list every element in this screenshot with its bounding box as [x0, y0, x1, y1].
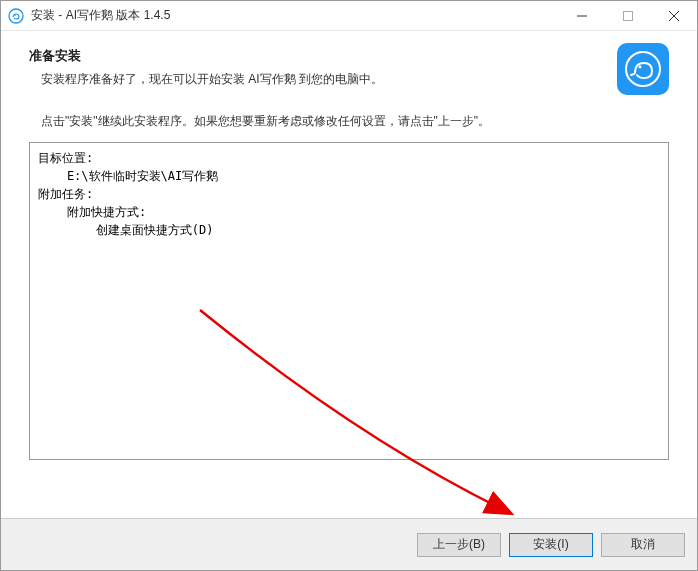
titlebar: 安装 - AI写作鹅 版本 1.4.5 [1, 1, 697, 31]
summary-line: 创建桌面快捷方式(D) [38, 221, 660, 239]
summary-textbox[interactable]: 目标位置: E:\软件临时安装\AI写作鹅 附加任务: 附加快捷方式: 创建桌面… [29, 142, 669, 460]
app-icon-small [7, 7, 25, 25]
header-row: 准备安装 安装程序准备好了，现在可以开始安装 AI写作鹅 到您的电脑中。 [29, 47, 669, 95]
summary-line: E:\软件临时安装\AI写作鹅 [38, 167, 660, 185]
svg-point-1 [14, 14, 15, 15]
back-button[interactable]: 上一步(B) [417, 533, 501, 557]
cancel-button[interactable]: 取消 [601, 533, 685, 557]
header-text: 准备安装 安装程序准备好了，现在可以开始安装 AI写作鹅 到您的电脑中。 [29, 47, 609, 88]
maximize-button[interactable] [605, 1, 651, 31]
instruction-text: 点击"安装"继续此安装程序。如果您想要重新考虑或修改任何设置，请点击"上一步"。 [29, 113, 669, 130]
summary-line: 附加任务: [38, 185, 660, 203]
close-button[interactable] [651, 1, 697, 31]
svg-rect-3 [624, 11, 633, 20]
page-subheading: 安装程序准备好了，现在可以开始安装 AI写作鹅 到您的电脑中。 [29, 71, 609, 88]
svg-point-7 [639, 66, 642, 69]
minimize-button[interactable] [559, 1, 605, 31]
page-heading: 准备安装 [29, 47, 609, 65]
app-icon-large [617, 43, 669, 95]
summary-line: 目标位置: [38, 149, 660, 167]
svg-point-6 [626, 52, 660, 86]
svg-point-0 [9, 9, 23, 23]
installer-window: 安装 - AI写作鹅 版本 1.4.5 准备安装 安装程序准备好了，现在可以开始… [0, 0, 698, 571]
install-button[interactable]: 安装(I) [509, 533, 593, 557]
button-bar: 上一步(B) 安装(I) 取消 [1, 518, 697, 570]
window-title: 安装 - AI写作鹅 版本 1.4.5 [31, 7, 559, 24]
summary-line: 附加快捷方式: [38, 203, 660, 221]
window-controls [559, 1, 697, 31]
content-area: 准备安装 安装程序准备好了，现在可以开始安装 AI写作鹅 到您的电脑中。 点击"… [1, 31, 697, 518]
